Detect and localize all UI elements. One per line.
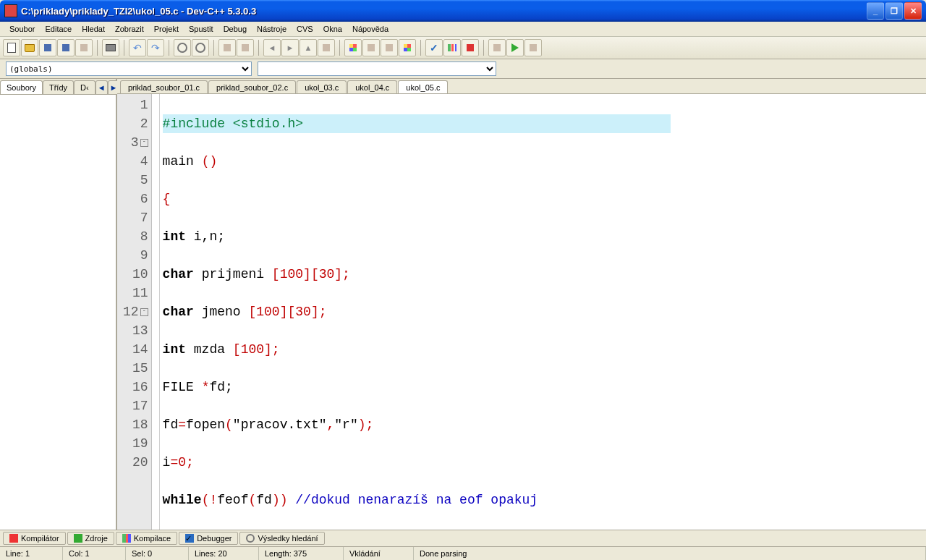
grid-icon [349,44,357,51]
save-icon [44,44,51,51]
tab-debugger[interactable]: ✓Debugger [179,532,238,545]
tab-soubory[interactable]: Soubory [0,80,43,94]
tab-kompilator[interactable]: Kompilátor [3,532,66,545]
file-tab-3[interactable]: ukol_04.c [347,80,397,93]
print-icon [106,44,116,51]
new-file-button[interactable] [3,39,20,56]
menu-spustit[interactable]: Spustit [184,23,218,35]
run-button[interactable] [443,39,461,56]
tab-vysledky[interactable]: Výsledky hledání [239,532,324,545]
compile-button[interactable]: ✓ [425,39,443,56]
nav-home-button[interactable] [318,39,335,56]
save-all-icon [62,44,69,51]
nav-back-icon: ◄ [268,43,276,52]
save-all-button[interactable] [57,39,75,56]
code-body[interactable]: #include <stdio.h> main () { int i,n; ch… [160,94,674,530]
line-gutter: 1 2 3- 4 5 6 7 8 9 10 11 12- 13 14 15 16 [117,94,152,530]
bookmark-icon [242,44,249,51]
replace-button[interactable] [192,39,209,56]
close-button[interactable]: ✕ [904,2,922,20]
menu-debug[interactable]: Debug [218,23,252,35]
close-file-icon [80,44,88,51]
status-insmode: Vkládání [344,547,414,560]
status-parse: Done parsing [414,547,926,560]
grid2-button[interactable] [362,39,380,56]
open-folder-icon [25,44,35,52]
maximize-button[interactable]: ❐ [885,2,903,20]
redo-button[interactable]: ↷ [147,39,164,56]
tab-kompilace[interactable]: Kompilace [116,532,177,545]
nav-fwd-button[interactable]: ► [281,39,299,56]
debug-button[interactable] [488,39,506,56]
compile-log-icon [122,534,131,543]
menu-cvs[interactable]: CVS [292,23,318,35]
grid3-icon [386,44,393,51]
replace-icon [195,43,205,53]
grid3-button[interactable] [381,39,398,56]
bottom-tabs: Kompilátor Zdroje Kompilace ✓Debugger Vý… [0,530,926,546]
title-bar: C:\priklady\priklady_TZI2\ukol_05.c - De… [0,0,926,22]
grid1-button[interactable] [344,39,362,56]
play-icon [511,43,519,52]
tab-zdroje[interactable]: Zdroje [67,532,114,545]
resources-icon [74,534,82,543]
file-tab-4[interactable]: ukol_05.c [398,80,448,93]
toolbar: ↶ ↷ ◄ ► ▲ ✓ [0,37,926,59]
menu-soubor[interactable]: Soubor [4,23,40,35]
debug-icon [493,44,501,51]
project-tree[interactable] [0,95,116,530]
tab-truncated[interactable]: D‹ [74,80,95,94]
member-selector[interactable] [258,61,496,76]
print-button[interactable] [102,39,119,56]
grid2-icon [368,44,375,51]
scope-selectors: (globals) [0,59,926,78]
menu-zobrazit[interactable]: Zobrazit [110,23,149,35]
nav-back-button[interactable]: ◄ [263,39,281,56]
find-button[interactable] [174,39,191,56]
menu-nastroje[interactable]: Nástroje [252,23,292,35]
menu-okna[interactable]: Okna [318,23,347,35]
tab-scroll-left[interactable]: ◄ [95,80,108,94]
file-tab-1[interactable]: priklad_soubor_02.c [208,80,296,93]
status-sel: Sel: 0 [126,547,189,560]
debug-step-button[interactable] [506,39,524,56]
open-file-button[interactable] [21,39,38,56]
menu-editace[interactable]: Editace [40,23,77,35]
undo-icon: ↶ [133,42,142,54]
status-bar: Line: 1 Col: 1 Sel: 0 Lines: 20 Length: … [0,546,926,560]
bookmark-button[interactable] [237,39,254,56]
close-file-button[interactable] [75,39,93,56]
grid4-icon [404,44,411,51]
save-button[interactable] [39,39,56,56]
file-tab-2[interactable]: ukol_03.c [297,80,347,93]
goto-button[interactable] [218,39,236,56]
stop-button[interactable] [462,39,479,56]
profiler-button[interactable] [524,39,542,56]
new-file-icon [7,43,16,53]
check-icon: ✓ [430,42,438,54]
undo-button[interactable]: ↶ [129,39,146,56]
menu-hledat[interactable]: Hledat [77,23,110,35]
fold-icon[interactable]: - [140,139,148,147]
tab-tridy[interactable]: Třídy [43,80,74,94]
status-line: Line: 1 [0,547,63,560]
debugger-icon: ✓ [185,534,194,543]
status-lines: Lines: 20 [189,547,259,560]
minimize-button[interactable]: _ [867,2,884,20]
stop-icon [467,44,474,51]
nav-up-button[interactable]: ▲ [300,39,317,56]
grid4-button[interactable] [399,39,416,56]
code-editor[interactable]: 1 2 3- 4 5 6 7 8 9 10 11 12- 13 14 15 16 [117,94,926,530]
nav-fwd-icon: ► [286,43,294,52]
menu-napoveda[interactable]: Nápověda [347,23,394,35]
status-col: Col: 1 [63,547,126,560]
file-tab-0[interactable]: priklad_soubor_01.c [120,80,208,93]
menu-projekt[interactable]: Projekt [149,23,184,35]
menu-bar: Soubor Editace Hledat Zobrazit Projekt S… [0,22,926,37]
scope-selector[interactable]: (globals) [6,61,252,76]
fold-icon[interactable]: - [140,308,148,316]
compiler-icon [9,534,18,543]
find-icon [177,43,187,53]
nav-up-icon: ▲ [305,43,313,52]
run-icon [448,44,456,51]
